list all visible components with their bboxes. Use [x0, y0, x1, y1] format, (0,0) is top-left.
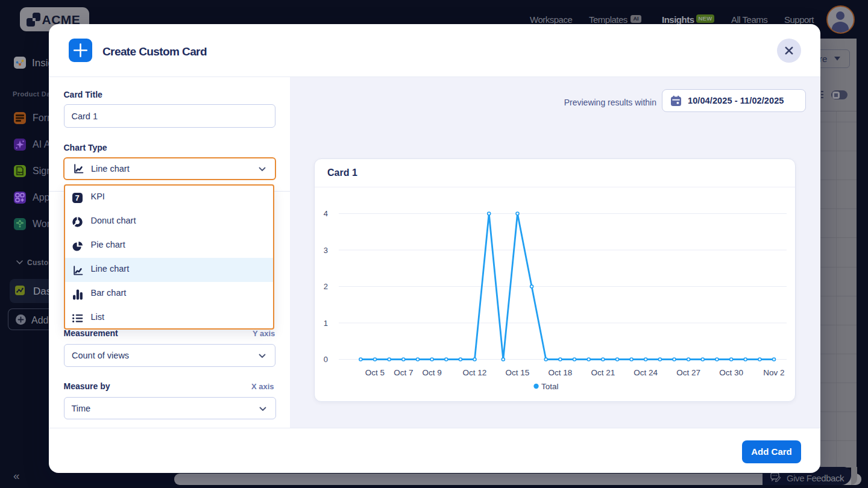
svg-text:1: 1	[324, 319, 328, 328]
svg-text:Oct 27: Oct 27	[676, 368, 700, 377]
svg-text:3: 3	[324, 246, 328, 255]
svg-text:Nov 2: Nov 2	[763, 368, 784, 377]
svg-text:0: 0	[324, 355, 328, 364]
svg-text:2: 2	[324, 282, 328, 291]
svg-text:Oct 12: Oct 12	[463, 368, 487, 377]
svg-text:Total: Total	[541, 382, 559, 391]
svg-text:Oct 5: Oct 5	[365, 368, 385, 377]
svg-text:4: 4	[324, 209, 328, 218]
svg-text:Oct 15: Oct 15	[506, 368, 530, 377]
svg-text:Oct 18: Oct 18	[549, 368, 573, 377]
svg-text:Oct 21: Oct 21	[591, 368, 615, 377]
svg-text:Oct 30: Oct 30	[719, 368, 743, 377]
svg-text:Oct 7: Oct 7	[394, 368, 413, 377]
svg-text:Oct 24: Oct 24	[634, 368, 658, 377]
svg-text:Oct 9: Oct 9	[422, 368, 441, 377]
